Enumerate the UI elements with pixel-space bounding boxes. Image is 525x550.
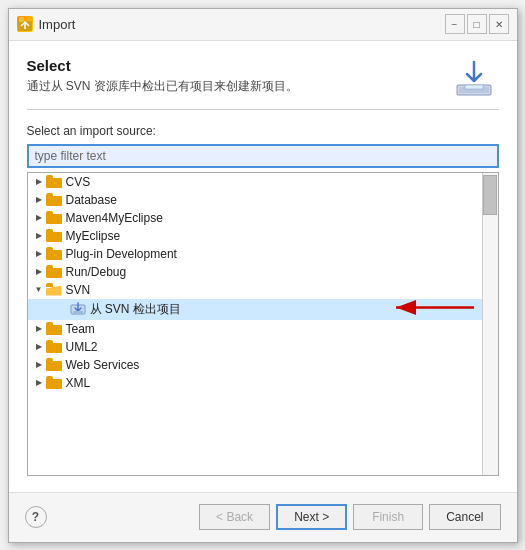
tree-wrapper: ▶ CVS ▶ Database ▶ Maven4MyEclipse (28, 173, 498, 475)
header-title: Select (27, 57, 449, 74)
item-label: Database (66, 193, 117, 207)
list-item[interactable]: ▶ XML (28, 374, 498, 392)
list-item[interactable]: ▼ SVN (28, 281, 498, 299)
list-item[interactable]: ▶ Team (28, 320, 498, 338)
scrollbar-thumb[interactable] (483, 175, 497, 215)
expand-arrow: ▶ (32, 247, 46, 261)
cancel-button[interactable]: Cancel (429, 504, 500, 530)
list-item[interactable]: ▶ CVS (28, 173, 498, 191)
dialog-footer: ? < Back Next > Finish Cancel (9, 492, 517, 542)
item-label: 从 SVN 检出项目 (90, 301, 181, 318)
svn-checkout-item[interactable]: ▶ 从 SVN 检出项目 (28, 299, 498, 320)
folder-icon (46, 358, 62, 372)
folder-icon (46, 175, 62, 189)
expand-arrow: ▶ (32, 340, 46, 354)
item-label: Run/Debug (66, 265, 127, 279)
svg-rect-1 (19, 17, 24, 22)
app-icon (17, 16, 33, 32)
header-subtitle: 通过从 SVN 资源库中检出已有项目来创建新项目。 (27, 78, 449, 95)
list-item[interactable]: ▶ Plug-in Development (28, 245, 498, 263)
expand-arrow: ▶ (32, 193, 46, 207)
expand-arrow: ▶ (32, 358, 46, 372)
list-item[interactable]: ▶ Run/Debug (28, 263, 498, 281)
item-label: Maven4MyEclipse (66, 211, 163, 225)
list-item[interactable]: ▶ Maven4MyEclipse (28, 209, 498, 227)
finish-button[interactable]: Finish (353, 504, 423, 530)
filter-input[interactable] (27, 144, 499, 168)
section-divider (27, 109, 499, 110)
svg-rect-7 (73, 311, 83, 313)
folder-icon (46, 211, 62, 225)
footer-right: < Back Next > Finish Cancel (199, 504, 500, 530)
expand-arrow: ▶ (32, 229, 46, 243)
list-item[interactable]: ▶ Web Services (28, 356, 498, 374)
titlebar: Import − □ ✕ (9, 9, 517, 41)
folder-icon (46, 322, 62, 336)
close-button[interactable]: ✕ (489, 14, 509, 34)
window-title: Import (39, 17, 76, 32)
source-label: Select an import source: (27, 124, 499, 138)
import-dialog: Import − □ ✕ Select 通过从 SVN 资源库中检出已有项目来创… (8, 8, 518, 543)
dialog-content: Select 通过从 SVN 资源库中检出已有项目来创建新项目。 Select … (9, 41, 517, 492)
expand-arrow: ▶ (32, 376, 46, 390)
back-button[interactable]: < Back (199, 504, 270, 530)
titlebar-left: Import (17, 16, 76, 32)
svn-child-row: ▶ 从 SVN 检出项目 (28, 299, 498, 320)
item-label: Team (66, 322, 95, 336)
item-label: UML2 (66, 340, 98, 354)
folder-icon (46, 247, 62, 261)
expand-arrow: ▶ (32, 175, 46, 189)
folder-icon (46, 283, 62, 297)
titlebar-buttons: − □ ✕ (445, 14, 509, 34)
list-item[interactable]: ▶ UML2 (28, 338, 498, 356)
svn-checkout-icon (70, 301, 86, 317)
list-item[interactable]: ▶ MyEclipse (28, 227, 498, 245)
item-label: Web Services (66, 358, 140, 372)
folder-icon (46, 265, 62, 279)
item-label: CVS (66, 175, 91, 189)
item-label: XML (66, 376, 91, 390)
folder-icon (46, 340, 62, 354)
expand-arrow: ▶ (32, 322, 46, 336)
item-label: SVN (66, 283, 91, 297)
header-section: Select 通过从 SVN 资源库中检出已有项目来创建新项目。 (27, 57, 499, 99)
folder-icon (46, 376, 62, 390)
expand-arrow: ▼ (32, 283, 46, 297)
maximize-button[interactable]: □ (467, 14, 487, 34)
item-label: MyEclipse (66, 229, 121, 243)
tree-container: ▶ CVS ▶ Database ▶ Maven4MyEclipse (27, 172, 499, 476)
header-icon (449, 57, 499, 99)
minimize-button[interactable]: − (445, 14, 465, 34)
svg-rect-5 (465, 85, 483, 89)
scrollbar-track[interactable] (482, 173, 498, 475)
folder-icon (46, 229, 62, 243)
folder-icon (46, 193, 62, 207)
item-label: Plug-in Development (66, 247, 177, 261)
next-button[interactable]: Next > (276, 504, 347, 530)
header-text: Select 通过从 SVN 资源库中检出已有项目来创建新项目。 (27, 57, 449, 95)
footer-left: ? (25, 506, 47, 528)
help-button[interactable]: ? (25, 506, 47, 528)
expand-arrow: ▶ (32, 211, 46, 225)
expand-arrow: ▶ (32, 265, 46, 279)
list-item[interactable]: ▶ Database (28, 191, 498, 209)
